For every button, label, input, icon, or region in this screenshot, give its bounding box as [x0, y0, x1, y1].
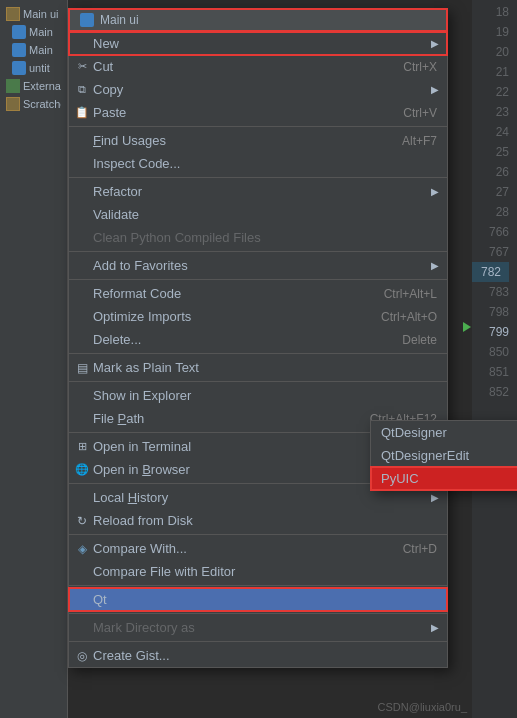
- menu-item-refactor[interactable]: Refactor: [69, 180, 447, 203]
- sidebar-label-mainui: Main ui: [23, 8, 58, 20]
- open-terminal-label: Open in Terminal: [93, 439, 191, 454]
- sidebar-item-main2[interactable]: Main: [4, 41, 63, 59]
- scratch-folder-icon: [6, 97, 20, 111]
- sidebar-label-untit: untit: [29, 62, 50, 74]
- reload-icon: ↻: [75, 514, 89, 528]
- add-favorites-label: Add to Favorites: [93, 258, 188, 273]
- menu-item-compare-editor[interactable]: Compare File with Editor: [69, 560, 447, 583]
- menu-item-new[interactable]: New: [69, 32, 447, 55]
- compare-icon: ◈: [75, 542, 89, 556]
- sidebar-item-untit[interactable]: untit: [4, 59, 63, 77]
- external-icon: [6, 79, 20, 93]
- find-usages-label: Find Usages: [93, 133, 166, 148]
- context-menu-header: Main ui: [68, 8, 448, 32]
- sidebar-label-main1: Main: [29, 26, 53, 38]
- open-browser-label: Open in Browser: [93, 462, 190, 477]
- menu-item-cut[interactable]: ✂ Cut Ctrl+X: [69, 55, 447, 78]
- separator-3: [69, 251, 447, 252]
- clean-python-label: Clean Python Compiled Files: [93, 230, 261, 245]
- paste-shortcut: Ctrl+V: [383, 106, 437, 120]
- optimize-imports-label: Optimize Imports: [93, 309, 191, 324]
- qt-submenu: QtDesigner QtDesignerEdit PyUIC: [370, 420, 517, 491]
- menu-item-new-label: New: [93, 36, 119, 51]
- folder-icon: [6, 7, 20, 21]
- separator-6: [69, 381, 447, 382]
- mark-plain-label: Mark as Plain Text: [93, 360, 199, 375]
- menu-item-optimize-imports[interactable]: Optimize Imports Ctrl+Alt+O: [69, 305, 447, 328]
- breakpoint-arrow: [463, 322, 471, 332]
- reload-disk-label: Reload from Disk: [93, 513, 193, 528]
- menu-item-add-favorites[interactable]: Add to Favorites: [69, 254, 447, 277]
- menu-item-qt[interactable]: Qt: [69, 588, 447, 611]
- optimize-shortcut: Ctrl+Alt+O: [361, 310, 437, 324]
- menu-item-create-gist[interactable]: ◎ Create Gist...: [69, 644, 447, 667]
- sidebar-item-scratch[interactable]: Scratche: [4, 95, 63, 113]
- cut-icon: ✂: [75, 60, 89, 74]
- paste-icon: 📋: [75, 106, 89, 120]
- menu-item-inspect-code[interactable]: Inspect Code...: [69, 152, 447, 175]
- separator-4: [69, 279, 447, 280]
- separator-12: [69, 641, 447, 642]
- inspect-code-label: Inspect Code...: [93, 156, 180, 171]
- create-gist-label: Create Gist...: [93, 648, 170, 663]
- mark-plain-icon: ▤: [75, 361, 89, 375]
- gist-icon: ◎: [75, 649, 89, 663]
- sidebar-item-mainui[interactable]: Main ui: [4, 5, 63, 23]
- menu-item-copy-label: Copy: [93, 82, 123, 97]
- refactor-label: Refactor: [93, 184, 142, 199]
- separator-11: [69, 613, 447, 614]
- context-menu: Main ui New ✂ Cut Ctrl+X ⧉ Copy 📋 Paste …: [68, 8, 448, 668]
- menu-item-compare-with[interactable]: ◈ Compare With... Ctrl+D: [69, 537, 447, 560]
- menu-item-validate[interactable]: Validate: [69, 203, 447, 226]
- sidebar-item-main1[interactable]: Main: [4, 23, 63, 41]
- menu-item-paste[interactable]: 📋 Paste Ctrl+V: [69, 101, 447, 124]
- qt-label: Qt: [93, 592, 107, 607]
- reformat-code-label: Reformat Code: [93, 286, 181, 301]
- menu-item-reformat-code[interactable]: Reformat Code Ctrl+Alt+L: [69, 282, 447, 305]
- separator-10: [69, 585, 447, 586]
- line-numbers: 18 19 20 21 22 23 24 25 26 27 28 766 767…: [472, 0, 517, 718]
- cut-shortcut: Ctrl+X: [383, 60, 437, 74]
- sidebar-label-scratch: Scratche: [23, 98, 61, 110]
- separator-5: [69, 353, 447, 354]
- terminal-icon: ⊞: [75, 440, 89, 454]
- mark-directory-label: Mark Directory as: [93, 620, 195, 635]
- find-usages-shortcut: Alt+F7: [382, 134, 437, 148]
- py-icon-3: [12, 61, 26, 75]
- compare-with-label: Compare With...: [93, 541, 187, 556]
- local-history-label: Local History: [93, 490, 168, 505]
- py-icon-2: [12, 43, 26, 57]
- menu-item-delete[interactable]: Delete... Delete: [69, 328, 447, 351]
- menu-item-find-usages[interactable]: Find Usages Alt+F7: [69, 129, 447, 152]
- delete-shortcut: Delete: [382, 333, 437, 347]
- qt-designer-label: QtDesigner: [381, 425, 447, 440]
- project-sidebar: Main ui Main Main untit External Scratch…: [0, 0, 68, 718]
- separator-2: [69, 177, 447, 178]
- copy-icon: ⧉: [75, 83, 89, 97]
- context-menu-title: Main ui: [100, 13, 139, 27]
- menu-item-show-explorer[interactable]: Show in Explorer: [69, 384, 447, 407]
- separator-9: [69, 534, 447, 535]
- sidebar-label-main2: Main: [29, 44, 53, 56]
- sidebar-label-external: External: [23, 80, 61, 92]
- reformat-shortcut: Ctrl+Alt+L: [364, 287, 437, 301]
- menu-item-clean-python[interactable]: Clean Python Compiled Files: [69, 226, 447, 249]
- separator-1: [69, 126, 447, 127]
- menu-item-mark-plain[interactable]: ▤ Mark as Plain Text: [69, 356, 447, 379]
- submenu-item-qt-designer[interactable]: QtDesigner: [371, 421, 517, 444]
- submenu-item-qt-designer-edit[interactable]: QtDesignerEdit: [371, 444, 517, 467]
- qt-designer-edit-label: QtDesignerEdit: [381, 448, 469, 463]
- compare-editor-label: Compare File with Editor: [93, 564, 235, 579]
- compare-shortcut: Ctrl+D: [383, 542, 437, 556]
- menu-item-mark-directory[interactable]: Mark Directory as: [69, 616, 447, 639]
- submenu-item-pyuic[interactable]: PyUIC: [371, 467, 517, 490]
- watermark: CSDN@liuxia0ru_: [378, 701, 467, 713]
- validate-label: Validate: [93, 207, 139, 222]
- menu-item-copy[interactable]: ⧉ Copy: [69, 78, 447, 101]
- sidebar-item-external[interactable]: External: [4, 77, 63, 95]
- menu-item-cut-label: Cut: [93, 59, 113, 74]
- file-path-label: File Path: [93, 411, 144, 426]
- delete-label: Delete...: [93, 332, 141, 347]
- watermark-text: CSDN@liuxia0ru_: [378, 701, 467, 713]
- menu-item-reload-disk[interactable]: ↻ Reload from Disk: [69, 509, 447, 532]
